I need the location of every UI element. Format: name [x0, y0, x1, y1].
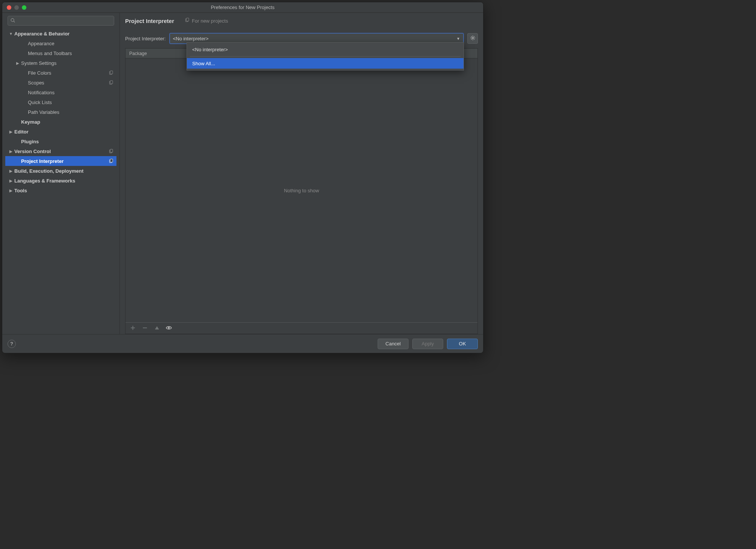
add-package-button[interactable] — [129, 325, 136, 332]
interpreter-dropdown: <No interpreter> Show All... — [187, 42, 464, 71]
gear-icon — [470, 35, 476, 42]
sidebar-item-build-execution-deployment[interactable]: ▶Build, Execution, Deployment — [5, 166, 116, 176]
packages-toolbar — [125, 322, 477, 334]
copy-icon — [109, 71, 113, 75]
sidebar-item-menus-and-toolbars[interactable]: Menus and Toolbars — [5, 48, 116, 58]
chevron-right-icon: ▶ — [8, 179, 14, 183]
sidebar-item-label: Plugins — [21, 139, 113, 144]
sidebar-item-label: Build, Execution, Deployment — [14, 168, 113, 174]
svg-rect-3 — [110, 71, 113, 74]
upgrade-package-button[interactable] — [153, 325, 160, 332]
copy-icon — [109, 149, 113, 154]
minus-icon — [142, 325, 147, 331]
sidebar-item-label: Appearance — [28, 41, 113, 46]
svg-point-0 — [11, 18, 14, 21]
sidebar-item-plugins[interactable]: Plugins — [5, 136, 116, 146]
copy-icon — [185, 18, 190, 24]
remove-package-button[interactable] — [141, 325, 148, 332]
interpreter-label: Project Interpreter: — [125, 36, 166, 41]
copy-icon — [109, 80, 113, 85]
sidebar-item-label: Menus and Toolbars — [28, 51, 113, 56]
svg-point-25 — [168, 327, 170, 329]
help-icon: ? — [10, 341, 13, 347]
interpreter-current-value: <No interpreter> — [173, 36, 209, 41]
sidebar-item-label: Version Control — [14, 149, 109, 154]
sidebar-item-appearance[interactable]: Appearance — [5, 38, 116, 48]
main-header: Project Interpreter For new projects — [125, 16, 478, 28]
search-icon — [10, 18, 15, 24]
sidebar-item-path-variables[interactable]: Path Variables — [5, 107, 116, 117]
show-early-releases-button[interactable] — [165, 325, 172, 332]
svg-line-19 — [474, 36, 474, 37]
ok-button[interactable]: OK — [447, 339, 478, 349]
sidebar-item-notifications[interactable]: Notifications — [5, 87, 116, 97]
eye-icon — [166, 325, 172, 331]
page-title: Project Interpreter — [125, 18, 174, 24]
sidebar-item-label: System Settings — [21, 60, 113, 66]
window-body: ▼Appearance & BehaviorAppearanceMenus an… — [2, 13, 483, 334]
copy-icon — [109, 159, 113, 164]
sidebar-item-label: Tools — [14, 188, 113, 193]
sidebar-item-label: Scopes — [28, 80, 109, 86]
cancel-button[interactable]: Cancel — [378, 339, 409, 349]
packages-table-body: Nothing to show — [125, 58, 477, 322]
svg-rect-5 — [110, 80, 113, 83]
svg-rect-7 — [110, 149, 113, 152]
sidebar-item-file-colors[interactable]: File Colors — [5, 68, 116, 78]
sidebar-item-label: Appearance & Behavior — [14, 31, 113, 37]
sidebar-item-editor[interactable]: ▶Editor — [5, 127, 116, 136]
sidebar-item-label: Keymap — [21, 119, 113, 125]
settings-search[interactable] — [8, 16, 114, 26]
sidebar-item-appearance-behavior[interactable]: ▼Appearance & Behavior — [5, 29, 116, 38]
sidebar-item-label: File Colors — [28, 70, 109, 76]
chevron-down-icon: ▼ — [8, 32, 14, 36]
sidebar-item-scopes[interactable]: Scopes — [5, 78, 116, 87]
chevron-down-icon: ▼ — [456, 37, 460, 41]
plus-icon — [130, 325, 135, 331]
for-new-projects-text: For new projects — [192, 18, 228, 24]
empty-state-text: Nothing to show — [284, 188, 319, 193]
for-new-projects-label: For new projects — [185, 18, 228, 24]
svg-line-18 — [474, 39, 474, 40]
sidebar-item-label: Languages & Frameworks — [14, 178, 113, 184]
sidebar-item-system-settings[interactable]: ▶System Settings — [5, 58, 116, 68]
titlebar: Preferences for New Projects — [2, 2, 483, 13]
svg-marker-24 — [155, 326, 159, 330]
settings-search-input[interactable] — [17, 18, 112, 23]
sidebar-item-label: Path Variables — [28, 109, 113, 115]
footer: ? Cancel Apply OK — [2, 334, 483, 353]
sidebar-item-project-interpreter[interactable]: Project Interpreter — [5, 156, 116, 166]
svg-line-20 — [471, 39, 471, 40]
dropdown-option-no-interpreter[interactable]: <No interpreter> — [187, 44, 464, 55]
interpreter-settings-button[interactable] — [467, 33, 478, 44]
sidebar-item-quick-lists[interactable]: Quick Lists — [5, 97, 116, 107]
help-button[interactable]: ? — [8, 340, 16, 348]
apply-button[interactable]: Apply — [412, 339, 443, 349]
triangle-up-icon — [155, 325, 159, 331]
chevron-right-icon: ▶ — [14, 61, 21, 65]
preferences-window: Preferences for New Projects ▼Appearance… — [2, 2, 484, 353]
svg-rect-11 — [187, 18, 189, 21]
svg-line-1 — [14, 21, 15, 22]
sidebar-item-tools[interactable]: ▶Tools — [5, 186, 116, 195]
svg-rect-9 — [110, 159, 113, 162]
svg-point-12 — [472, 37, 473, 38]
dropdown-separator — [190, 56, 461, 57]
sidebar-item-label: Project Interpreter — [21, 158, 109, 164]
packages-table: Package Nothing to show — [125, 48, 478, 334]
sidebar-item-label: Notifications — [28, 90, 113, 95]
window-title: Preferences for New Projects — [2, 5, 483, 10]
chevron-right-icon: ▶ — [8, 189, 14, 193]
chevron-right-icon: ▶ — [8, 130, 14, 134]
sidebar-item-languages-frameworks[interactable]: ▶Languages & Frameworks — [5, 176, 116, 186]
chevron-right-icon: ▶ — [8, 169, 14, 173]
chevron-right-icon: ▶ — [8, 149, 14, 153]
svg-line-17 — [471, 36, 471, 37]
sidebar-item-keymap[interactable]: Keymap — [5, 117, 116, 127]
sidebar-item-version-control[interactable]: ▶Version Control — [5, 146, 116, 156]
main-panel: Project Interpreter For new projects Pro… — [120, 13, 483, 334]
dropdown-option-show-all[interactable]: Show All... — [187, 58, 464, 69]
sidebar-item-label: Editor — [14, 129, 113, 135]
sidebar-item-label: Quick Lists — [28, 100, 113, 105]
settings-tree: ▼Appearance & BehaviorAppearanceMenus an… — [5, 29, 116, 331]
